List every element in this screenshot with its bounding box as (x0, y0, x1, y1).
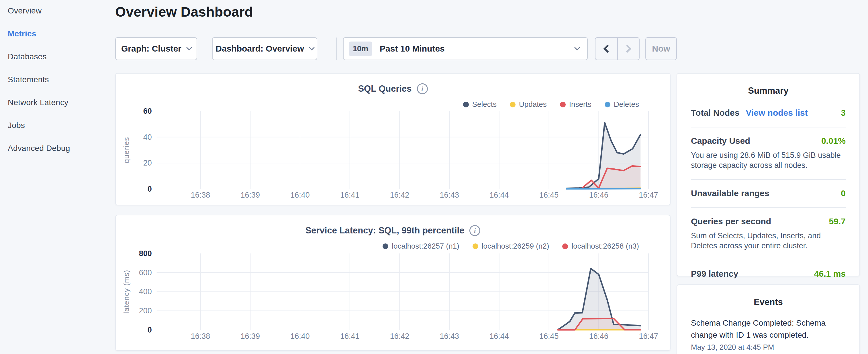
now-button[interactable]: Now (645, 37, 677, 60)
sidebar-item-metrics[interactable]: Metrics (8, 28, 115, 40)
svg-text:400: 400 (139, 287, 152, 296)
summary-row: Total NodesView nodes list3 (691, 108, 846, 127)
svg-text:40: 40 (143, 133, 152, 141)
summary-row: Queries per second59.7Sum of Selects, Up… (691, 207, 846, 260)
svg-text:16:47: 16:47 (639, 332, 658, 341)
dashboard-dropdown[interactable]: Dashboard: Overview (212, 37, 317, 60)
events-title: Events (691, 285, 846, 307)
summary-row: P99 latency46.1 ms (691, 260, 846, 288)
svg-text:queries: queries (122, 137, 130, 163)
summary-row: Unavailable ranges0 (691, 179, 846, 207)
chevron-down-icon (186, 45, 192, 51)
sidebar-item-statements[interactable]: Statements (8, 73, 115, 86)
svg-text:16:41: 16:41 (340, 332, 359, 341)
sidebar-item-jobs[interactable]: Jobs (8, 119, 115, 132)
svg-text:16:45: 16:45 (539, 191, 559, 199)
svg-text:16:38: 16:38 (191, 191, 210, 199)
svg-text:16:43: 16:43 (440, 191, 459, 199)
summary-title: Summary (691, 74, 846, 96)
time-next-button[interactable] (617, 38, 639, 60)
sql-queries-chart-card: SQL Queries i SelectsUpdatesInsertsDelet… (115, 73, 671, 205)
main-content: Overview Dashboard Graph: Cluster Dashbo… (115, 0, 671, 354)
chevron-down-icon (574, 45, 580, 51)
summary-row-subtext: You are using 28.6 MiB of 515.9 GiB usab… (691, 150, 846, 170)
chevron-left-icon (603, 45, 612, 53)
right-column: Summary Total NodesView nodes list3Capac… (677, 73, 860, 354)
summary-rows: Total NodesView nodes list3Capacity Used… (691, 108, 846, 288)
event-text: Schema Change Completed: Schema change w… (691, 317, 846, 341)
summary-row-label: Queries per second (691, 217, 771, 226)
svg-text:16:46: 16:46 (589, 191, 608, 199)
summary-row-label: Unavailable ranges (691, 189, 769, 198)
svg-text:16:47: 16:47 (639, 191, 658, 199)
events-panel: Events Schema Change Completed: Schema c… (677, 284, 860, 354)
summary-row-label: Capacity Used (691, 136, 750, 146)
summary-row-value: 0.01% (821, 136, 846, 146)
time-range-dropdown[interactable]: 10m Past 10 Minutes (343, 37, 588, 60)
summary-row-label: Total Nodes (691, 108, 739, 118)
svg-text:200: 200 (139, 307, 152, 315)
summary-row-value: 3 (841, 108, 846, 118)
controls-divider (336, 37, 337, 60)
chevron-right-icon (623, 45, 631, 53)
service-latency-chart-card: Service Latency: SQL, 99th percentile i … (115, 215, 671, 351)
time-range-badge: 10m (349, 41, 372, 56)
svg-text:16:42: 16:42 (390, 332, 409, 341)
svg-text:0: 0 (148, 326, 152, 334)
page-title: Overview Dashboard (115, 4, 253, 20)
sidebar-item-advanced-debug[interactable]: Advanced Debug (8, 142, 115, 155)
svg-text:16:44: 16:44 (490, 191, 509, 199)
sidebar-item-network-latency[interactable]: Network Latency (8, 96, 115, 109)
svg-text:16:39: 16:39 (241, 191, 260, 199)
dashboard-controls: Graph: Cluster Dashboard: Overview 10m P… (115, 37, 677, 60)
view-nodes-list-link[interactable]: View nodes list (746, 108, 808, 118)
events-list: Schema Change Completed: Schema change w… (691, 317, 846, 352)
time-pager (595, 37, 640, 60)
svg-text:16:45: 16:45 (539, 332, 559, 341)
time-range-label: Past 10 Minutes (380, 44, 445, 54)
event-timestamp: May 13, 2020 at 4:45 PM (691, 343, 846, 352)
graph-scope-dropdown-label: Graph: Cluster (121, 44, 181, 54)
svg-text:16:40: 16:40 (290, 191, 309, 199)
dashboard-dropdown-label: Dashboard: Overview (216, 44, 304, 54)
svg-text:16:46: 16:46 (589, 332, 608, 341)
svg-text:0: 0 (148, 185, 152, 193)
sidebar-item-overview[interactable]: Overview (8, 5, 115, 17)
svg-text:800: 800 (139, 249, 152, 258)
svg-text:600: 600 (139, 268, 152, 277)
svg-text:16:42: 16:42 (390, 191, 409, 199)
sql-queries-chart-canvas[interactable]: 16:3816:3916:4016:4116:4216:4316:4416:45… (116, 74, 670, 206)
chevron-down-icon (309, 45, 315, 51)
svg-text:16:40: 16:40 (290, 332, 309, 341)
svg-text:16:43: 16:43 (440, 332, 459, 341)
summary-panel: Summary Total NodesView nodes list3Capac… (677, 73, 860, 277)
summary-row-value: 59.7 (829, 217, 846, 226)
summary-row-value: 0 (841, 189, 846, 198)
service-latency-chart-canvas[interactable]: 16:3816:3916:4016:4116:4216:4316:4416:45… (116, 215, 670, 351)
svg-text:20: 20 (143, 159, 152, 167)
summary-row-value: 46.1 ms (814, 269, 846, 279)
svg-text:16:44: 16:44 (490, 332, 509, 341)
svg-text:16:41: 16:41 (340, 191, 359, 199)
svg-text:60: 60 (143, 107, 152, 116)
graph-scope-dropdown[interactable]: Graph: Cluster (115, 37, 197, 60)
svg-text:16:38: 16:38 (191, 332, 210, 341)
sidebar-nav: OverviewMetricsDatabasesStatementsNetwor… (0, 0, 115, 354)
sidebar-item-databases[interactable]: Databases (8, 51, 115, 63)
summary-row: Capacity Used0.01%You are using 28.6 MiB… (691, 127, 846, 179)
overview-dashboard-page: OverviewMetricsDatabasesStatementsNetwor… (0, 0, 868, 354)
svg-text:16:39: 16:39 (241, 332, 260, 341)
summary-row-subtext: Sum of Selects, Updates, Inserts, and De… (691, 231, 846, 251)
summary-row-label: P99 latency (691, 269, 738, 279)
svg-text:latency (ms): latency (ms) (122, 270, 130, 314)
time-prev-button[interactable] (595, 38, 617, 60)
